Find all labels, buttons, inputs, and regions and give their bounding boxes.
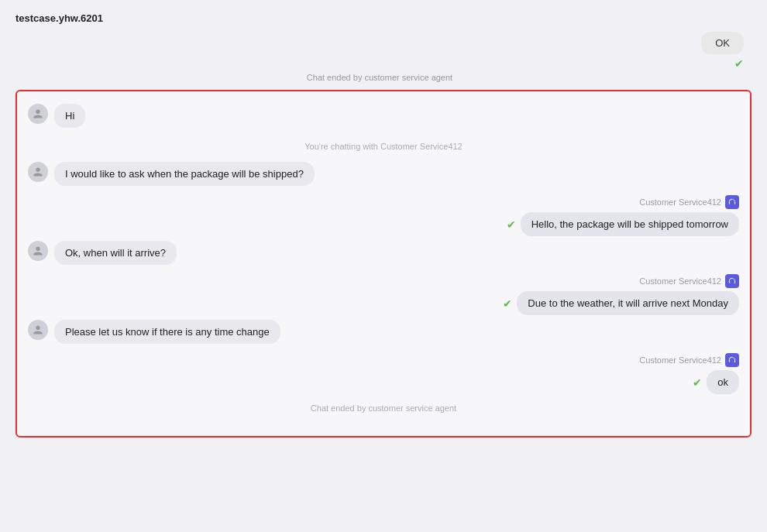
system-end-message: Chat ended by customer service agent	[28, 403, 739, 413]
bubble-1: Hi	[54, 104, 85, 128]
message-row-2: I would like to ask when the package wil…	[28, 162, 739, 186]
chat-container: Hi You're chatting with Customer Service…	[15, 90, 752, 438]
avatar-2	[28, 162, 48, 182]
headset-icon-7	[728, 356, 736, 364]
avatar-1	[28, 104, 48, 124]
page-title: testcase.yhw.6201	[15, 12, 752, 24]
user-icon-4	[33, 245, 43, 256]
ok-check-row: ✔	[734, 57, 744, 70]
message-row-4: Ok, when will it arrive?	[28, 241, 739, 265]
message-row-7: Customer Service412 ✔ ok	[28, 353, 739, 394]
bubble-4: Ok, when will it arrive?	[54, 241, 177, 265]
message-row-1: Hi	[28, 104, 739, 128]
headset-icon-5	[728, 277, 736, 285]
right-row-5: ✔ Due to the weather, it will arrive nex…	[503, 291, 739, 315]
bubble-7: ok	[707, 370, 739, 394]
right-row-3: ✔ Hello, the package will be shipped tom…	[507, 212, 739, 236]
bubble-3: Hello, the package will be shipped tomor…	[521, 212, 739, 236]
agent-avatar-icon-7	[725, 353, 739, 367]
check-icon: ✔	[734, 57, 744, 70]
user-icon	[33, 108, 43, 119]
avatar-6	[28, 320, 48, 340]
headset-icon	[728, 198, 736, 206]
message-row-3: Customer Service412 ✔ Hello, the package…	[28, 195, 739, 236]
agent-label-5: Customer Service412	[639, 274, 739, 288]
avatar-4	[28, 241, 48, 261]
agent-avatar-icon-5	[725, 274, 739, 288]
user-icon-2	[33, 166, 43, 177]
message-row-6: Please let us know if there is any time …	[28, 320, 739, 344]
agent-label-7: Customer Service412	[639, 353, 739, 367]
check-icon-5: ✔	[503, 297, 512, 310]
pre-chat-area: OK ✔ Chat ended by customer service agen…	[15, 32, 752, 85]
user-icon-6	[33, 324, 43, 335]
right-row-7: ✔ ok	[693, 370, 739, 394]
message-row-5: Customer Service412 ✔ Due to the weather…	[28, 274, 739, 315]
pre-system-message: Chat ended by customer service agent	[15, 73, 744, 82]
system-start-message: You're chatting with Customer Service412	[28, 142, 739, 151]
bubble-6: Please let us know if there is any time …	[54, 320, 280, 344]
agent-label-3: Customer Service412	[639, 195, 739, 209]
check-icon-7: ✔	[693, 376, 702, 389]
bubble-5: Due to the weather, it will arrive next …	[517, 291, 739, 315]
ok-message-row: OK	[701, 32, 744, 54]
check-icon-3: ✔	[507, 218, 516, 231]
bubble-2: I would like to ask when the package wil…	[54, 162, 315, 186]
ok-bubble: OK	[701, 32, 744, 54]
page-wrapper: testcase.yhw.6201 OK ✔ Chat ended by cus…	[0, 0, 767, 532]
agent-avatar-icon-3	[725, 195, 739, 209]
